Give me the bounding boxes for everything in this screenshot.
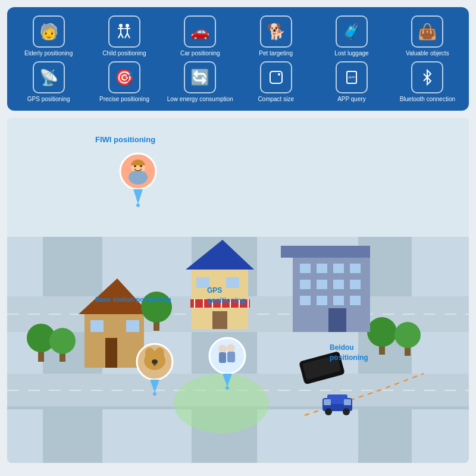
- svg-point-37: [394, 322, 421, 348]
- svg-rect-62: [350, 280, 361, 289]
- car-label: Car positioning: [180, 50, 220, 57]
- valuable-icon: 👜: [411, 15, 443, 48]
- label-base: Base station positioning: [95, 295, 171, 304]
- svg-rect-58: [350, 264, 361, 273]
- svg-rect-66: [350, 296, 361, 305]
- icon-item-compact: Compact size: [240, 61, 311, 102]
- child-icon: [108, 15, 140, 48]
- luggage-label: Lost luggage: [334, 50, 368, 57]
- label-gps: GPSpositioning: [207, 286, 246, 306]
- svg-rect-50: [212, 311, 227, 329]
- svg-point-92: [153, 392, 156, 396]
- label-beidou: Beidoupositioning: [330, 343, 368, 363]
- svg-rect-97: [227, 352, 235, 362]
- icon-item-precise: 🎯 Precise positioning: [89, 61, 159, 102]
- svg-rect-27: [105, 338, 117, 368]
- svg-point-68: [174, 374, 269, 433]
- icon-item-app: APP APP query: [316, 61, 387, 102]
- svg-point-94: [218, 345, 227, 353]
- svg-line-8: [125, 33, 127, 38]
- luggage-icon: 🧳: [336, 15, 368, 48]
- icon-item-child: Child positioning: [89, 15, 159, 57]
- svg-rect-10: [270, 71, 282, 83]
- svg-rect-95: [219, 352, 226, 363]
- compact-icon: [260, 61, 292, 93]
- precise-icon: 🎯: [108, 61, 140, 93]
- bluetooth-label: Bluetooth connection: [400, 96, 455, 102]
- gps-icon: 📡: [33, 61, 65, 93]
- svg-rect-64: [317, 296, 327, 305]
- app-icon: APP: [336, 61, 368, 93]
- svg-line-4: [121, 33, 123, 38]
- svg-rect-28: [90, 320, 104, 332]
- svg-rect-57: [333, 264, 344, 273]
- svg-rect-65: [333, 296, 344, 305]
- car-icon: 🚗: [184, 15, 216, 48]
- svg-rect-29: [126, 320, 139, 332]
- svg-line-9: [127, 33, 130, 38]
- valuable-label: Valuable objects: [406, 50, 449, 57]
- svg-line-3: [118, 33, 121, 38]
- svg-rect-60: [317, 280, 327, 289]
- icon-item-low-energy: 🔄 Low energy consumption: [165, 61, 236, 102]
- icon-item-car: 🚗 Car positioning: [165, 15, 236, 57]
- elderly-icon: 🧓: [33, 15, 65, 48]
- svg-rect-67: [328, 308, 346, 332]
- label-fiwi: FIWI positioning: [95, 134, 155, 145]
- svg-point-72: [343, 408, 350, 415]
- svg-rect-59: [300, 280, 311, 289]
- svg-point-5: [126, 24, 129, 27]
- low-energy-label: Low energy consumption: [167, 96, 233, 102]
- icon-item-luggage: 🧳 Lost luggage: [316, 15, 387, 57]
- svg-point-90: [152, 359, 158, 364]
- icon-item-valuable: 👜 Valuable objects: [392, 15, 463, 57]
- svg-text:APP: APP: [348, 76, 355, 79]
- svg-rect-55: [300, 264, 311, 273]
- svg-rect-73: [324, 399, 331, 405]
- precise-label: Precise positioning: [99, 96, 149, 102]
- icon-item-pet: 🐕 Pet targeting: [240, 15, 311, 57]
- icon-item-gps: 📡 GPS positioning: [13, 61, 84, 102]
- svg-rect-61: [333, 280, 344, 289]
- icon-item-bluetooth: Bluetooth connection: [392, 61, 463, 102]
- svg-point-99: [226, 386, 229, 390]
- icon-item-elderly: 🧓 Elderly positioning: [13, 15, 84, 57]
- pet-icon: 🐕: [260, 15, 292, 48]
- svg-point-33: [49, 328, 76, 354]
- app-label: APP query: [337, 96, 366, 102]
- svg-rect-63: [300, 296, 311, 305]
- bluetooth-icon: [411, 61, 443, 93]
- svg-point-96: [227, 344, 235, 352]
- icon-grid: 🧓 Elderly positioning Child positio: [13, 15, 463, 102]
- svg-rect-56: [317, 264, 327, 273]
- pet-label: Pet targeting: [259, 50, 293, 57]
- svg-point-71: [325, 408, 332, 415]
- big-building-right: [281, 246, 370, 332]
- svg-point-11: [278, 73, 280, 76]
- svg-point-81: [129, 170, 148, 184]
- svg-rect-74: [344, 399, 351, 405]
- low-energy-icon: 🔄: [184, 61, 216, 93]
- city-scene-container: FIWI positioning Base station positionin…: [7, 118, 469, 463]
- svg-rect-54: [281, 246, 370, 258]
- compact-label: Compact size: [258, 96, 294, 102]
- svg-point-0: [119, 24, 123, 27]
- svg-point-35: [367, 317, 397, 347]
- child-label: Child positioning: [102, 50, 146, 57]
- svg-point-85: [136, 203, 140, 207]
- top-panel: 🧓 Elderly positioning Child positio: [7, 7, 469, 111]
- elderly-label: Elderly positioning: [24, 50, 73, 57]
- gps-label: GPS positioning: [27, 96, 70, 102]
